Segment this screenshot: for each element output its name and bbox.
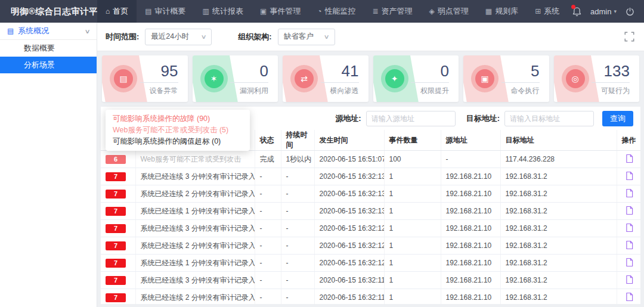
column-header: 事件数量: [384, 130, 441, 151]
view-detail-doc-icon[interactable]: [626, 275, 633, 284]
sidebar-item-label: 分析场景: [24, 60, 55, 70]
nav-item-label: 事件管理: [270, 6, 301, 17]
chevron-down-icon: ▾: [614, 8, 617, 14]
nav-item[interactable]: ▤ 审计概要: [137, 0, 194, 23]
stat-card[interactable]: ✦ 0 权限提升: [373, 55, 459, 102]
nav-item[interactable]: ▥ 统计报表: [194, 0, 252, 23]
dst-address-input[interactable]: [504, 111, 594, 126]
stat-value: 0: [230, 62, 268, 83]
alert-count: 1: [384, 220, 441, 237]
alert-status: -: [255, 237, 281, 255]
stat-card[interactable]: ⇄ 41 横向渗透: [283, 55, 369, 102]
alert-time: 2020-06-15 16:32:12: [314, 220, 384, 237]
nav-item[interactable]: ⌂ 首页: [97, 0, 137, 23]
alert-count: 1: [384, 185, 441, 203]
weakpoint-icon: ◈: [429, 7, 435, 15]
view-detail-doc-icon[interactable]: [626, 154, 633, 163]
src-address-input[interactable]: [366, 111, 456, 126]
time-range-select[interactable]: 最近24小时 ∨: [145, 29, 212, 45]
home-icon: ⌂: [106, 7, 110, 15]
org-select[interactable]: 缺省客户 ∨: [278, 29, 335, 45]
top-navbar: 明御®综合日志审计平台 ⌂ 首页 ▤ 审计概要 ▥ 统计报表 ▣ 事件管理: [0, 0, 644, 23]
system-icon: ⊞: [535, 7, 541, 15]
monitor-icon: ◔: [317, 7, 321, 15]
stat-value: 133: [592, 62, 630, 83]
alert-dst: 192.168.31.2: [500, 255, 617, 272]
search-button[interactable]: 查询: [602, 111, 633, 126]
alert-src: 192.168.21.10: [441, 289, 500, 305]
nav-item[interactable]: ⊞ 系统: [527, 0, 568, 23]
column-header: 源地址: [441, 130, 500, 151]
table-row: 7 系统已经连续 3 分钟没有审计记录入库 - - 2020-06-15 16:…: [101, 168, 640, 185]
event-icon: ▣: [260, 7, 267, 15]
sidebar-group-label: 系统概况: [18, 26, 49, 36]
popup-item[interactable]: 可能影响系统操作的阈值超标 (0): [106, 136, 250, 147]
time-range-label: 时间范围:: [106, 32, 139, 42]
stat-card[interactable]: ▣ 5 命令执行: [463, 55, 549, 102]
alert-name: 系统已经连续 3 分钟没有审计记录入库: [135, 168, 255, 185]
notification-dot: [571, 5, 575, 9]
stat-label: 漏洞利用: [230, 86, 268, 96]
table-row: 7 系统已经连续 2 分钟没有审计记录入库 - - 2020-06-15 16:…: [101, 289, 640, 305]
sidebar-group-system-overview[interactable]: ▤ 系统概况 ∨: [0, 23, 97, 40]
nav-item[interactable]: ◈ 弱点管理: [421, 0, 477, 23]
power-icon[interactable]: [626, 7, 634, 16]
navbar-right: admin ▾: [572, 7, 644, 16]
view-detail-doc-icon[interactable]: [626, 188, 633, 198]
alert-time: 2020-06-15 16:32:12: [314, 255, 384, 272]
lateral-move-icon: ⇄: [295, 69, 314, 88]
stat-cards: ▤ 95 设备异常 ✶ 0 漏洞利用: [97, 51, 644, 102]
org-label: 组织架构:: [238, 32, 271, 42]
sidebar-menu: 数据概要 分析场景: [0, 40, 97, 73]
brand: 明御®综合日志审计平台: [0, 5, 97, 18]
stat-card[interactable]: ▤ 95 设备异常: [102, 55, 188, 102]
alert-name: 系统已经连续 3 分钟没有审计记录入库: [135, 220, 255, 237]
suspicious-icon: ◎: [566, 69, 585, 88]
alert-time: 2020-06-15 16:51:07: [314, 151, 384, 168]
alert-duration: -: [281, 203, 314, 220]
alert-time: 2020-06-15 16:32:12: [314, 237, 384, 255]
alert-time: 2020-06-15 16:32:13: [314, 203, 384, 220]
fullscreen-icon[interactable]: [624, 32, 634, 44]
view-detail-doc-icon[interactable]: [626, 171, 633, 181]
report-icon: ▤: [145, 7, 151, 15]
stat-value: 5: [501, 62, 540, 83]
alert-dst: 192.168.31.2: [500, 220, 617, 237]
document-icon: ▤: [7, 27, 14, 35]
alert-status: -: [255, 272, 281, 289]
nav-item[interactable]: ≣ 资产管理: [364, 0, 421, 23]
alert-time: 2020-06-15 16:32:13: [314, 185, 384, 203]
stat-label: 权限提升: [411, 86, 449, 96]
view-detail-doc-icon[interactable]: [626, 292, 633, 302]
stat-value: 41: [321, 62, 359, 83]
level-badge: 7: [106, 190, 126, 199]
stat-label: 设备异常: [140, 86, 178, 96]
nav-item[interactable]: ▦ 规则库: [477, 0, 527, 23]
popup-item[interactable]: 可能影响系统操作的故障 (90): [106, 113, 250, 125]
nav-item[interactable]: ▣ 事件管理: [252, 0, 309, 23]
stat-card[interactable]: ◎ 133 可疑行为: [554, 55, 640, 102]
popup-item[interactable]: Web服务可能不正常或受到攻击 (5): [106, 125, 250, 136]
table-row: 7 系统已经连续 3 分钟没有审计记录入库 - - 2020-06-15 16:…: [101, 220, 640, 237]
view-detail-doc-icon[interactable]: [626, 240, 633, 250]
alert-duration: -: [281, 272, 314, 289]
sidebar-item[interactable]: 分析场景: [0, 57, 97, 73]
alert-status: -: [255, 220, 281, 237]
stat-card[interactable]: ✶ 0 漏洞利用: [193, 55, 278, 102]
asset-icon: ≣: [373, 7, 379, 15]
column-header: 持续时间: [281, 130, 314, 151]
alerts-table: 状态持续时间发生时间事件数量源地址目标地址操作 6 Web服务可能不正常或受到攻…: [101, 130, 640, 304]
user-menu[interactable]: admin ▾: [590, 7, 617, 16]
view-detail-doc-icon[interactable]: [626, 223, 633, 232]
level-badge: 6: [106, 155, 126, 164]
sidebar-item[interactable]: 数据概要: [0, 40, 97, 57]
nav-item[interactable]: ◔ 性能监控: [309, 0, 364, 23]
nav-item-label: 弱点管理: [438, 6, 469, 17]
rules-icon: ▦: [485, 7, 492, 15]
alert-duration: -: [281, 220, 314, 237]
chevron-down-icon: ∨: [201, 33, 207, 40]
view-detail-doc-icon[interactable]: [626, 206, 633, 215]
alert-status: -: [255, 185, 281, 203]
notification-bell-icon[interactable]: [572, 7, 581, 16]
view-detail-doc-icon[interactable]: [626, 258, 633, 267]
